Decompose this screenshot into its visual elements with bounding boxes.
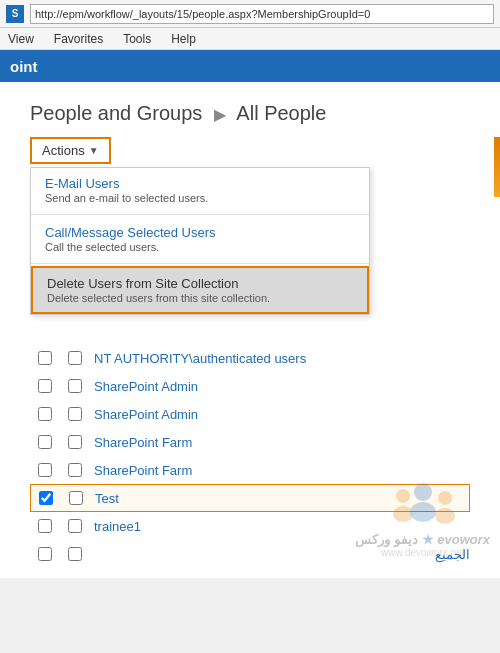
- call-users-desc: Call the selected users.: [45, 241, 355, 253]
- watermark-brand: دیفو ورکس ★ evoworx: [355, 532, 490, 547]
- svg-point-2: [414, 483, 432, 501]
- outer-checkbox-1[interactable]: [30, 379, 60, 393]
- email-users-desc: Send an e-mail to selected users.: [45, 192, 355, 204]
- email-users-title: E-Mail Users: [45, 176, 355, 191]
- svg-point-5: [435, 508, 455, 524]
- dropdown-divider-1: [31, 214, 369, 215]
- menu-favorites[interactable]: Favorites: [50, 30, 107, 48]
- delete-users-desc: Delete selected users from this site col…: [47, 292, 353, 304]
- actions-dropdown: E-Mail Users Send an e-mail to selected …: [30, 167, 370, 315]
- inner-checkbox-6[interactable]: [60, 519, 90, 533]
- sp-header-title: oint: [10, 58, 38, 75]
- svg-point-4: [438, 491, 452, 505]
- inner-checkbox-3[interactable]: [60, 435, 90, 449]
- outer-checkbox-0[interactable]: [30, 351, 60, 365]
- call-users-title: Call/Message Selected Users: [45, 225, 355, 240]
- menu-bar: View Favorites Tools Help: [0, 28, 500, 50]
- actions-button[interactable]: Actions ▼: [30, 137, 111, 164]
- outer-checkbox-6[interactable]: [30, 519, 60, 533]
- outer-checkbox-2[interactable]: [30, 407, 60, 421]
- table-row: SharePoint Farm: [30, 456, 470, 484]
- inner-checkbox-0[interactable]: [60, 351, 90, 365]
- table-row: SharePoint Admin: [30, 372, 470, 400]
- user-name-0[interactable]: NT AUTHORITY\authenticated users: [94, 351, 470, 366]
- sp-header: oint: [0, 50, 500, 82]
- menu-tools[interactable]: Tools: [119, 30, 155, 48]
- user-name-4[interactable]: SharePoint Farm: [94, 463, 470, 478]
- page-title-arrow: ▶: [214, 106, 226, 123]
- page-title-text: People and Groups: [30, 102, 202, 124]
- menu-help[interactable]: Help: [167, 30, 200, 48]
- svg-point-3: [410, 502, 436, 522]
- inner-checkbox-1[interactable]: [60, 379, 90, 393]
- watermark-logo: [383, 482, 463, 532]
- inner-checkbox-5[interactable]: [61, 491, 91, 505]
- url-bar[interactable]: http://epm/workflow/_layouts/15/people.a…: [30, 4, 494, 24]
- actions-label: Actions: [42, 143, 85, 158]
- inner-checkbox-2[interactable]: [60, 407, 90, 421]
- watermark-brand-en: ★: [422, 532, 438, 547]
- outer-checkbox-5[interactable]: [31, 491, 61, 505]
- actions-toolbar: Actions ▼ E-Mail Users Send an e-mail to…: [30, 137, 470, 164]
- delete-users-title: Delete Users from Site Collection: [47, 276, 353, 291]
- user-name-3[interactable]: SharePoint Farm: [94, 435, 470, 450]
- browser-icon: S: [6, 5, 24, 23]
- outer-checkbox-4[interactable]: [30, 463, 60, 477]
- page-subtitle: All People: [236, 102, 326, 124]
- main-content: People and Groups ▶ All People Actions ▼…: [0, 82, 500, 578]
- user-name-2[interactable]: SharePoint Admin: [94, 407, 470, 422]
- watermark-site: www.devoworx.net: [381, 547, 464, 558]
- dropdown-delete-users[interactable]: Delete Users from Site Collection Delete…: [31, 266, 369, 314]
- outer-checkbox-7[interactable]: [30, 547, 60, 561]
- inner-checkbox-4[interactable]: [60, 463, 90, 477]
- table-row: SharePoint Farm: [30, 428, 470, 456]
- browser-bar: S http://epm/workflow/_layouts/15/people…: [0, 0, 500, 28]
- svg-point-1: [393, 506, 413, 522]
- accent-bar: [494, 137, 500, 197]
- dropdown-divider-2: [31, 263, 369, 264]
- page-title: People and Groups ▶ All People: [30, 102, 470, 125]
- outer-checkbox-3[interactable]: [30, 435, 60, 449]
- menu-view[interactable]: View: [4, 30, 38, 48]
- inner-checkbox-7[interactable]: [60, 547, 90, 561]
- user-name-1[interactable]: SharePoint Admin: [94, 379, 470, 394]
- dropdown-call-users[interactable]: Call/Message Selected Users Call the sel…: [31, 217, 369, 261]
- table-row: NT AUTHORITY\authenticated users: [30, 344, 470, 372]
- actions-arrow: ▼: [89, 145, 99, 156]
- dropdown-email-users[interactable]: E-Mail Users Send an e-mail to selected …: [31, 168, 369, 212]
- watermark: دیفو ورکس ★ evoworx www.devoworx.net: [355, 482, 490, 558]
- svg-point-0: [396, 489, 410, 503]
- table-row: SharePoint Admin: [30, 400, 470, 428]
